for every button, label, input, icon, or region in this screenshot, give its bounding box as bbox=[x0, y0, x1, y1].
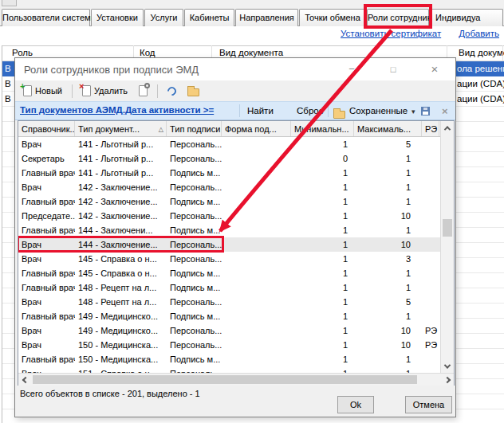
save-filter-icon[interactable] bbox=[421, 107, 430, 116]
table-row[interactable]: Врач149 - Медицинско...Персональ...110РЭ bbox=[18, 323, 440, 338]
tab-7[interactable]: Роли сотрудника bbox=[367, 9, 429, 26]
table-cell: 141 - Льготный р... bbox=[75, 151, 167, 166]
background-row-text: ации (CDA) bbox=[457, 92, 504, 107]
horizontal-scrollbar-thumb[interactable] bbox=[33, 375, 417, 384]
table-cell: Врач bbox=[18, 237, 75, 252]
table-cell bbox=[422, 137, 439, 151]
delete-button-label: Удалить bbox=[94, 86, 128, 96]
table-cell: 144 - Заключени... bbox=[75, 223, 167, 237]
table-row[interactable]: Главный врач145 - Справка о н...Подпись … bbox=[18, 266, 440, 280]
grid-column-header-1[interactable]: Справочник... bbox=[18, 121, 75, 137]
vertical-scrollbar[interactable] bbox=[440, 121, 454, 373]
minimize-icon[interactable]: − bbox=[331, 58, 372, 80]
table-row[interactable]: Врач144 - Заключение...Персональ...110 bbox=[18, 237, 440, 252]
table-cell: 149 - Медицинско... bbox=[75, 309, 167, 323]
tab-3[interactable]: Услуги bbox=[144, 9, 183, 26]
table-cell bbox=[422, 237, 439, 252]
tab-1[interactable]: Пользователи системы bbox=[2, 9, 90, 26]
tab-8[interactable]: Индивидуа bbox=[430, 9, 503, 26]
install-certificate-link[interactable]: Установить сертификат bbox=[341, 29, 441, 41]
tab-5[interactable]: Направления bbox=[235, 9, 298, 26]
delete-button[interactable]: × Удалить bbox=[79, 84, 131, 98]
saved-filters-button[interactable]: Сохраненные bbox=[349, 106, 408, 116]
table-cell bbox=[222, 223, 291, 237]
new-button[interactable]: + Новый bbox=[20, 84, 65, 98]
table-row[interactable]: Врач150 - Медицинска...Персональ...110РЭ bbox=[18, 338, 440, 352]
table-row[interactable]: Главный врач141 - Льготный р...Подпись м… bbox=[18, 166, 440, 180]
find-button[interactable]: Найти bbox=[247, 106, 274, 116]
table-cell: 1 bbox=[354, 280, 422, 295]
table-row[interactable]: Главный врач142 - Заключение...Подпись м… bbox=[18, 194, 440, 209]
scroll-down-button[interactable] bbox=[441, 359, 454, 373]
table-row[interactable]: Врач145 - Справка о н...Персональ...13 bbox=[18, 252, 440, 266]
filter-condition-link[interactable]: Тип документов АЭМД.Дата активности >= bbox=[20, 105, 214, 115]
table-cell: Подпись м... bbox=[167, 266, 222, 280]
table-row[interactable]: Главный врач149 - Медицинско...Подпись м… bbox=[18, 309, 440, 323]
chevron-down-icon[interactable]: ▾ bbox=[411, 108, 415, 116]
grid-column-header-6[interactable]: Максималь... bbox=[354, 121, 422, 137]
table-cell bbox=[422, 352, 439, 366]
vertical-scrollbar-thumb[interactable] bbox=[443, 219, 452, 237]
table-cell: Персональ... bbox=[167, 151, 222, 166]
table-row[interactable]: Врач142 - Заключение...Персональ...11 bbox=[18, 180, 440, 194]
table-cell bbox=[222, 252, 291, 266]
horizontal-scrollbar[interactable] bbox=[18, 373, 454, 386]
table-row[interactable]: Секретарь141 - Льготный р...Персональ...… bbox=[18, 151, 440, 166]
export-button[interactable] bbox=[184, 84, 203, 98]
table-row[interactable]: Главный врач148 - Рецепт на л...Подпись … bbox=[18, 280, 440, 295]
table-cell: 1 bbox=[291, 338, 354, 352]
table-cell bbox=[422, 194, 439, 209]
table-cell: 145 - Справка о н... bbox=[75, 266, 167, 280]
table-cell bbox=[222, 266, 291, 280]
table-cell: 3 bbox=[354, 252, 422, 266]
table-cell: Персональ... bbox=[167, 295, 222, 309]
grid-column-header-3[interactable]: Тип подписи bbox=[167, 121, 222, 137]
background-column-header: Роль bbox=[12, 48, 33, 57]
table-cell: 150 - Медицинска... bbox=[75, 352, 167, 366]
grid-column-header-2[interactable]: Тип документ...△ bbox=[75, 121, 167, 137]
grid-column-header-4[interactable]: Форма под... bbox=[222, 121, 291, 137]
table-row[interactable]: Врач151 - Справка о н...Персональ...11 bbox=[18, 366, 440, 373]
roles-dialog: Роли сотрудников при подписи ЭМД − □ × +… bbox=[14, 57, 456, 417]
ok-button[interactable]: Ok bbox=[337, 396, 374, 413]
table-row[interactable]: Врач141 - Льготный р...Персональ...15 bbox=[18, 137, 440, 151]
reset-button[interactable]: Сброс bbox=[297, 106, 323, 116]
scroll-right-button[interactable] bbox=[440, 374, 454, 386]
refresh-button[interactable] bbox=[164, 85, 179, 97]
table-row[interactable]: Врач148 - Рецепт на л...Персональ...15 bbox=[18, 295, 440, 309]
table-row[interactable]: Главный врач150 - Медицинска...Подпись м… bbox=[18, 352, 440, 366]
cancel-button[interactable]: Отмена bbox=[405, 396, 452, 413]
table-cell: 0 bbox=[291, 151, 354, 166]
table-cell: 1 bbox=[354, 366, 422, 373]
table-cell: 10 bbox=[354, 237, 422, 252]
grid-column-header-7[interactable]: РЭ bbox=[422, 121, 439, 137]
table-cell: 1 bbox=[291, 266, 354, 280]
table-row[interactable]: Председате...142 - Заключение...Персонал… bbox=[18, 209, 440, 223]
table-cell bbox=[222, 137, 291, 151]
scroll-up-button[interactable] bbox=[441, 121, 454, 135]
close-icon[interactable]: × bbox=[414, 58, 455, 80]
table-cell: Персональ... bbox=[167, 137, 222, 151]
table-row[interactable]: Главный врач144 - Заключени...Подпись м.… bbox=[18, 223, 440, 237]
tab-6[interactable]: Точки обмена bbox=[299, 9, 366, 26]
dialog-titlebar[interactable]: Роли сотрудников при подписи ЭМД − □ × bbox=[15, 58, 455, 80]
table-cell: 148 - Рецепт на л... bbox=[75, 295, 167, 309]
add-link[interactable]: Добавить bbox=[459, 29, 499, 41]
scroll-left-button[interactable] bbox=[18, 374, 32, 386]
table-cell: Врач bbox=[18, 338, 75, 352]
tab-2[interactable]: Установки bbox=[91, 9, 144, 26]
background-row-text: ации (CDA) bbox=[457, 76, 504, 92]
filter-close-icon[interactable]: × bbox=[442, 105, 448, 117]
tab-4[interactable]: Кабинеты bbox=[184, 9, 234, 26]
table-cell: 1 bbox=[291, 309, 354, 323]
table-cell bbox=[422, 295, 439, 309]
table-cell: Персональ... bbox=[167, 338, 222, 352]
table-cell: 1 bbox=[291, 352, 354, 366]
properties-button[interactable] bbox=[136, 84, 151, 98]
table-cell: Врач bbox=[18, 252, 75, 266]
table-cell: 1 bbox=[291, 295, 354, 309]
grid-column-header-5[interactable]: Минимальн... bbox=[291, 121, 354, 137]
maximize-icon[interactable]: □ bbox=[372, 58, 414, 80]
table-cell: 1 bbox=[291, 323, 354, 338]
table-cell: Подпись м... bbox=[167, 280, 222, 295]
